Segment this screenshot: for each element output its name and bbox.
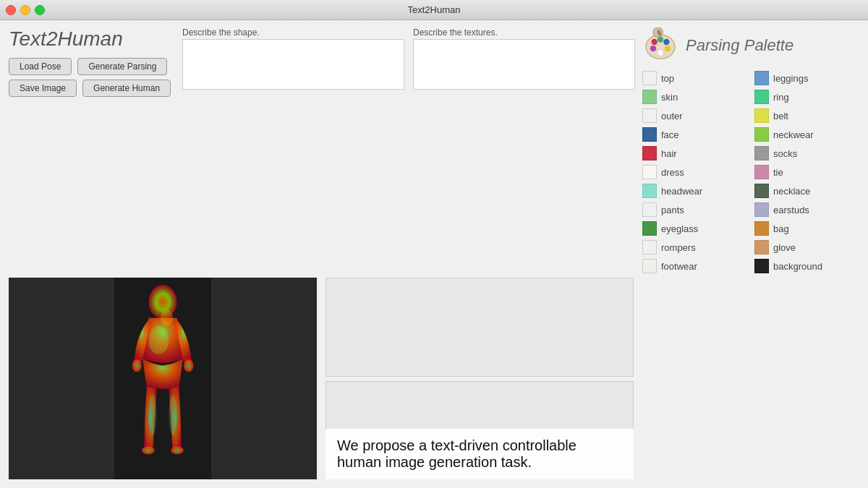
palette-item-pants[interactable]: pants <box>642 202 740 217</box>
palette-item-rompers[interactable]: rompers <box>642 240 740 254</box>
palette-item-socks[interactable]: socks <box>754 146 852 160</box>
palette-item-bag[interactable]: bag <box>754 221 852 236</box>
color-swatch-dress <box>642 165 657 179</box>
svg-point-15 <box>148 326 169 354</box>
maximize-button[interactable] <box>35 5 45 15</box>
svg-point-13 <box>142 446 155 454</box>
right-spacer <box>642 278 859 479</box>
color-swatch-hair <box>642 146 657 160</box>
color-swatch-neckwear <box>754 127 769 142</box>
palette-item-skin[interactable]: skin <box>642 90 740 104</box>
canvas-top <box>326 278 634 377</box>
palette-item-eyeglass[interactable]: eyeglass <box>642 221 740 236</box>
palette-item-earstuds[interactable]: earstuds <box>754 202 852 217</box>
color-swatch-socks <box>754 146 769 160</box>
color-swatch-rompers <box>642 240 657 254</box>
palette-label-necklace: necklace <box>773 186 810 197</box>
generate-parsing-button[interactable]: Generate Parsing <box>77 58 167 75</box>
color-swatch-necklace <box>754 184 769 198</box>
color-swatch-ring <box>754 90 769 104</box>
shape-col: Describe the shape. <box>182 27 404 90</box>
svg-point-12 <box>184 359 193 372</box>
svg-point-5 <box>650 46 656 51</box>
shape-textarea[interactable] <box>182 39 404 90</box>
save-image-button[interactable]: Save Image <box>9 80 77 97</box>
close-button[interactable] <box>6 5 16 15</box>
title-bar-controls[interactable] <box>6 5 45 15</box>
palette-label-footwear: footwear <box>661 261 697 272</box>
human-figure-svg <box>9 278 317 479</box>
color-swatch-eyeglass <box>642 221 657 236</box>
palette-item-outer[interactable]: outer <box>642 108 740 123</box>
palette-label-tie: tie <box>773 167 783 178</box>
color-swatch-outer <box>642 108 657 123</box>
button-row-top: Load Pose Generate Parsing <box>9 58 175 75</box>
svg-point-4 <box>665 46 671 51</box>
palette-item-necklace[interactable]: necklace <box>754 184 852 198</box>
color-swatch-pants <box>642 202 657 217</box>
text-inputs-row: Describe the shape. Describe the texture… <box>182 27 635 90</box>
palette-label-bag: bag <box>773 223 789 234</box>
palette-item-background[interactable]: background <box>754 259 852 273</box>
palette-label-belt: belt <box>773 111 788 121</box>
shape-label: Describe the shape. <box>182 27 404 38</box>
palette-item-face[interactable]: face <box>642 127 740 142</box>
texture-col: Describe the textures. <box>413 27 635 90</box>
human-image-canvas <box>9 278 317 479</box>
palette-label-eyeglass: eyeglass <box>661 223 698 234</box>
color-swatch-belt <box>754 108 769 123</box>
main-content: We propose a text-driven controllable hu… <box>0 278 868 488</box>
palette-label-glove: glove <box>773 242 796 253</box>
color-swatch-bag <box>754 221 769 236</box>
palette-item-belt[interactable]: belt <box>754 108 852 123</box>
svg-point-6 <box>658 50 663 56</box>
palette-label-face: face <box>661 129 679 140</box>
svg-point-14 <box>171 446 184 454</box>
button-row-bottom: Save Image Generate Human <box>9 80 175 97</box>
palette-item-headwear[interactable]: headwear <box>642 184 740 198</box>
color-swatch-earstuds <box>754 202 769 217</box>
color-swatch-top <box>642 71 657 85</box>
svg-point-3 <box>663 39 669 45</box>
palette-item-neckwear[interactable]: neckwear <box>754 127 852 142</box>
app-container: Text2Human Load Pose Generate Parsing Sa… <box>0 20 868 488</box>
palette-item-top[interactable]: top <box>642 71 740 85</box>
color-swatch-skin <box>642 90 657 104</box>
window-title: Text2Human <box>408 4 461 15</box>
svg-point-1 <box>652 39 658 45</box>
load-pose-button[interactable]: Load Pose <box>9 58 72 75</box>
svg-point-18 <box>169 395 176 435</box>
title-bar: Text2Human <box>0 0 868 20</box>
palette-label-skin: skin <box>661 92 678 103</box>
palette-label-leggings: leggings <box>773 73 808 84</box>
left-panel: Text2Human Load Pose Generate Parsing Sa… <box>9 27 175 97</box>
minimize-button[interactable] <box>20 5 30 15</box>
palette-item-dress[interactable]: dress <box>642 165 740 179</box>
palette-item-tie[interactable]: tie <box>754 165 852 179</box>
palette-item-ring[interactable]: ring <box>754 90 852 104</box>
palette-label-rompers: rompers <box>661 242 696 253</box>
texture-textarea[interactable] <box>413 39 635 90</box>
palette-item-glove[interactable]: glove <box>754 240 852 254</box>
palette-item-leggings[interactable]: leggings <box>754 71 852 85</box>
palette-label-headwear: headwear <box>661 186 702 197</box>
svg-point-17 <box>148 395 156 435</box>
palette-grid: topleggingsskinringouterbeltfaceneckwear… <box>642 71 859 273</box>
texture-label: Describe the textures. <box>413 27 635 38</box>
color-swatch-face <box>642 127 657 142</box>
palette-item-hair[interactable]: hair <box>642 146 740 160</box>
palette-label-top: top <box>661 73 674 84</box>
palette-label-ring: ring <box>773 92 789 103</box>
palette-item-footwear[interactable]: footwear <box>642 259 740 273</box>
color-swatch-leggings <box>754 71 769 85</box>
color-swatch-glove <box>754 240 769 254</box>
color-swatch-headwear <box>642 184 657 198</box>
subtitle-overlay: We propose a text-driven controllable hu… <box>326 429 634 479</box>
palette-label-earstuds: earstuds <box>773 205 809 215</box>
color-swatch-background <box>754 259 769 273</box>
palette-label-hair: hair <box>661 148 677 159</box>
color-swatch-footwear <box>642 259 657 273</box>
palette-header: Parsing Palette <box>642 27 859 64</box>
generate-human-button[interactable]: Generate Human <box>82 80 171 97</box>
subtitle-text: We propose a text-driven controllable hu… <box>337 437 576 470</box>
